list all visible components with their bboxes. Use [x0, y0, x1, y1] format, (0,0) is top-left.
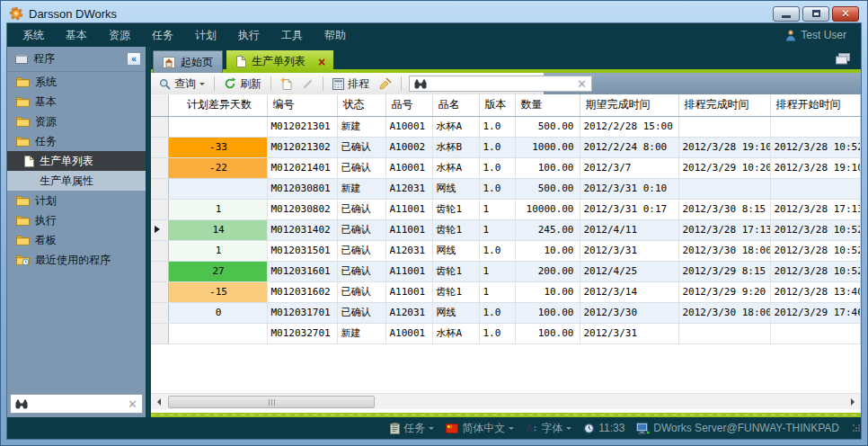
cell-item-name[interactable]: 齿轮1	[432, 261, 479, 281]
menu-item[interactable]: 资源	[98, 28, 141, 43]
cell-item-name[interactable]: 网线	[432, 178, 479, 199]
cell-quantity[interactable]: 1000.00	[515, 137, 580, 157]
cell-expected-finish[interactable]: 2012/3/30	[580, 302, 678, 323]
cell-status[interactable]: 已确认	[337, 261, 385, 281]
cell-quantity[interactable]: 100.00	[515, 157, 580, 178]
cell-version[interactable]: 1.0	[479, 323, 515, 343]
cell-extra[interactable]	[860, 302, 861, 323]
cell-item-no[interactable]: A10001	[385, 116, 432, 137]
table-row[interactable]: M012030801新建A12031网线1.0500.002012/3/31 0…	[151, 178, 861, 199]
cell-sched-finish[interactable]	[678, 116, 770, 137]
cell-plan-diff-days[interactable]	[168, 323, 267, 343]
window-list-icon[interactable]	[836, 53, 850, 65]
sidebar-search-clear-icon[interactable]: ✕	[128, 398, 137, 410]
cell-order-no[interactable]: M012030802	[267, 199, 337, 219]
cell-sched-start[interactable]: 2012/3/28 19:10	[770, 157, 860, 178]
sidebar-collapse-button[interactable]: «	[127, 52, 141, 66]
table-row[interactable]: M012032701新建A10001水杯A1.0100.002012/3/31	[151, 323, 861, 343]
cell-sched-start[interactable]: 2012/3/28 10:52	[770, 261, 860, 281]
cell-extra[interactable]	[860, 323, 861, 343]
column-header-selector[interactable]	[151, 94, 168, 116]
cell-status[interactable]: 新建	[337, 323, 385, 343]
cell-plan-diff-days[interactable]: 1	[168, 240, 267, 261]
cell-sched-finish[interactable]: 2012/3/28 19:10	[678, 137, 770, 157]
cell-plan-diff-days[interactable]: -22	[168, 157, 267, 178]
menu-item[interactable]: 计划	[184, 28, 227, 43]
row-selector-cell[interactable]	[151, 281, 168, 302]
cell-item-no[interactable]: A10001	[385, 157, 432, 178]
cell-sched-start[interactable]: 2012/3/29 17:46	[770, 302, 860, 323]
cell-extra[interactable]	[860, 137, 861, 157]
column-header[interactable]: 品名	[432, 94, 479, 116]
cell-status[interactable]: 已确认	[337, 302, 385, 323]
cell-plan-diff-days[interactable]: -33	[168, 137, 267, 157]
column-header[interactable]: 品号	[385, 94, 432, 116]
status-font-menu[interactable]: A 字体	[526, 421, 571, 436]
cell-sched-finish[interactable]: 2012/3/28 17:13	[678, 219, 770, 240]
cell-order-no[interactable]: M012031601	[267, 261, 337, 281]
sidebar-item[interactable]: 执行	[7, 210, 146, 230]
cell-item-no[interactable]: A10002	[385, 137, 432, 157]
table-row[interactable]: 27M012031601已确认A11001齿轮11200.002012/4/25…	[151, 261, 861, 281]
clean-button[interactable]	[376, 76, 395, 91]
status-language-menu[interactable]: 简体中文	[446, 421, 514, 436]
menu-item[interactable]: 工具	[270, 28, 314, 43]
column-header[interactable]: 期望完成时间	[580, 94, 678, 116]
row-selector-cell[interactable]	[151, 178, 168, 199]
column-header[interactable]: 版本	[479, 94, 515, 116]
column-header[interactable]: 状态	[337, 94, 385, 116]
cell-plan-diff-days[interactable]: 1	[168, 199, 267, 219]
cell-item-name[interactable]: 水杯A	[432, 116, 479, 137]
cell-version[interactable]: 1	[479, 281, 515, 302]
cell-order-no[interactable]: M012031602	[267, 281, 337, 302]
cell-order-no[interactable]: M012032701	[267, 323, 337, 343]
cell-expected-finish[interactable]: 2012/3/31 0:17	[580, 199, 678, 219]
cell-item-name[interactable]: 水杯B	[432, 137, 479, 157]
cell-sched-finish[interactable]: 2012/3/30 18:00	[678, 302, 770, 323]
edit-button[interactable]	[298, 77, 317, 91]
minimize-button[interactable]	[773, 6, 800, 22]
row-selector-cell[interactable]	[151, 157, 168, 178]
cell-plan-diff-days[interactable]: 14	[168, 219, 267, 240]
cell-plan-diff-days[interactable]: -15	[168, 281, 267, 302]
cell-extra[interactable]	[860, 281, 861, 302]
cell-sched-start[interactable]	[770, 178, 860, 199]
cell-version[interactable]: 1.0	[479, 302, 515, 323]
cell-quantity[interactable]: 245.00	[515, 219, 580, 240]
cell-status[interactable]: 已确认	[337, 199, 385, 219]
column-header[interactable]: 前	[860, 94, 861, 116]
menu-item[interactable]: 任务	[141, 28, 184, 43]
cell-status[interactable]: 新建	[337, 178, 385, 199]
cell-plan-diff-days[interactable]: 0	[168, 302, 267, 323]
cell-expected-finish[interactable]: 2012/2/28 15:00	[580, 116, 678, 137]
horizontal-scrollbar[interactable]	[151, 393, 861, 409]
column-header[interactable]: 计划差异天数	[168, 94, 267, 116]
scroll-left-button[interactable]	[151, 395, 166, 409]
cell-item-no[interactable]: A11001	[385, 281, 432, 302]
cell-expected-finish[interactable]: 2012/4/25	[580, 261, 678, 281]
cell-quantity[interactable]: 500.00	[515, 116, 580, 137]
cell-item-no[interactable]: A11001	[385, 261, 432, 281]
sidebar-item[interactable]: 生产单列表	[7, 151, 146, 171]
sidebar-item[interactable]: 生产单属性	[7, 171, 146, 191]
cell-expected-finish[interactable]: 2012/3/31	[580, 240, 678, 261]
column-header[interactable]: 排程开始时间	[770, 94, 860, 116]
cell-quantity[interactable]: 100.00	[515, 302, 580, 323]
toolbar-search-clear-icon[interactable]: ✕	[577, 78, 587, 90]
cell-status[interactable]: 新建	[337, 116, 385, 137]
cell-version[interactable]: 1	[479, 261, 515, 281]
table-row[interactable]: M012021301新建A10001水杯A1.0500.002012/2/28 …	[151, 116, 861, 137]
cell-sched-finish[interactable]	[678, 323, 770, 343]
cell-item-no[interactable]: A10001	[385, 323, 432, 343]
menu-item[interactable]: 帮助	[314, 28, 357, 43]
cell-quantity[interactable]: 100.00	[515, 323, 580, 343]
cell-sched-start[interactable]	[770, 116, 860, 137]
cell-expected-finish[interactable]: 2012/3/31	[580, 323, 678, 343]
row-selector-cell[interactable]	[151, 219, 168, 240]
table-row[interactable]: 14M012031402已确认A11001齿轮11245.002012/4/11…	[151, 219, 861, 240]
scroll-right-button[interactable]	[846, 395, 861, 409]
cell-order-no[interactable]: M012021401	[267, 157, 337, 178]
cell-quantity[interactable]: 10.00	[515, 240, 580, 261]
query-button[interactable]: 查询	[155, 76, 208, 93]
cell-sched-finish[interactable]	[678, 178, 770, 199]
